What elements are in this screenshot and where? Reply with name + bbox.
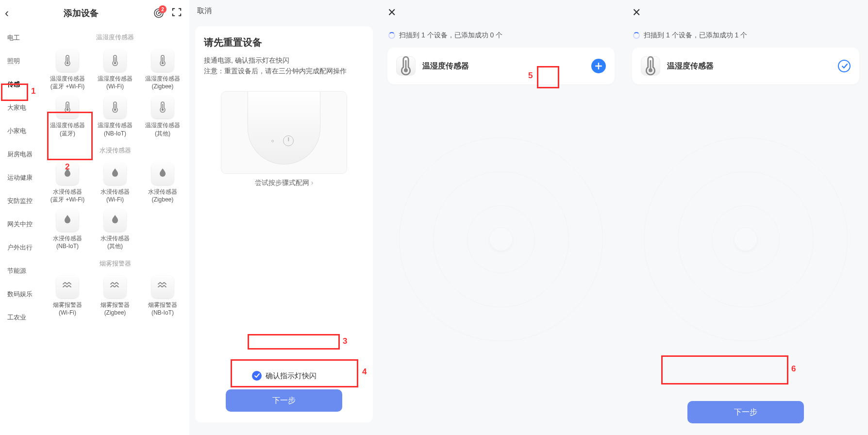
device-cell[interactable]: 水浸传感器(其他) — [91, 205, 139, 252]
thermo-icon — [151, 50, 174, 72]
section-title: 温湿度传感器 — [44, 33, 186, 42]
found-device-name: 温湿度传感器 — [667, 61, 831, 71]
section-title: 水浸传感器 — [44, 146, 186, 155]
section-title: 烟雾报警器 — [44, 259, 186, 268]
page-title: 添加设备 — [64, 7, 99, 19]
device-name: 水浸传感器(Wi-Fi) — [92, 188, 138, 203]
thermo-icon — [56, 50, 79, 72]
category-item[interactable]: 大家电 — [0, 96, 41, 119]
device-area: 温湿度传感器温湿度传感器(蓝牙 +Wi-Fi)温湿度传感器(Wi-Fi)温湿度传… — [41, 26, 189, 435]
annotation-4: 4 — [362, 367, 367, 377]
found-device-card: 温湿度传感器 — [632, 48, 859, 84]
reset-line1: 接通电源, 确认指示灯在快闪 — [204, 55, 364, 66]
smoke-icon — [151, 276, 174, 298]
category-item[interactable]: 运动健康 — [0, 166, 41, 189]
category-item[interactable]: 节能源 — [0, 259, 41, 283]
cancel-button[interactable]: 取消 — [197, 6, 212, 16]
thermo-icon — [104, 50, 126, 72]
device-cell[interactable]: 水浸传感器(NB-IoT) — [44, 205, 91, 252]
add-device-button[interactable] — [591, 59, 606, 73]
scan-status: 扫描到 1 个设备，已添加成功 0 个 — [379, 25, 623, 48]
device-name: 温湿度传感器(Wi-Fi) — [92, 75, 138, 90]
category-item[interactable]: 网关中控 — [0, 213, 41, 236]
device-name: 温湿度传感器(NB-IoT) — [92, 121, 138, 137]
spinner-icon — [388, 32, 395, 39]
device-name: 水浸传感器(蓝牙 +Wi-Fi) — [45, 188, 90, 203]
device-name: 烟雾报警器(NB-IoT) — [140, 301, 185, 317]
water-icon — [151, 163, 174, 185]
device-cell[interactable]: 温湿度传感器(NB-IoT) — [91, 92, 139, 139]
device-cell[interactable]: 温湿度传感器(Zigbee) — [139, 46, 186, 92]
device-cell[interactable]: 温湿度传感器(Wi-Fi) — [91, 46, 139, 92]
confirm-label: 确认指示灯快闪 — [266, 371, 317, 381]
reset-heading: 请先重置设备 — [204, 36, 364, 49]
annotation-1: 1 — [31, 86, 35, 96]
thermometer-icon — [396, 56, 416, 76]
radar-background — [644, 137, 848, 341]
device-illustration — [221, 91, 347, 174]
found-device-name: 温湿度传感器 — [422, 61, 584, 71]
thermo-icon — [56, 96, 79, 118]
category-item[interactable]: 厨房电器 — [0, 143, 41, 166]
found-device-card: 温湿度传感器 — [387, 48, 615, 84]
try-stepwise-link[interactable]: 尝试按步骤式配网› — [204, 179, 364, 187]
annotation-6: 6 — [791, 364, 796, 374]
device-name: 水浸传感器(其他) — [92, 234, 138, 250]
device-cell[interactable]: 水浸传感器(Zigbee) — [139, 159, 186, 205]
category-item[interactable]: 数码娱乐 — [0, 283, 41, 306]
device-added-icon — [838, 60, 851, 72]
device-name: 烟雾报警器(Wi-Fi) — [45, 301, 90, 317]
category-item[interactable]: 安防监控 — [0, 189, 41, 213]
water-icon — [104, 209, 126, 232]
device-name: 水浸传感器(NB-IoT) — [45, 234, 90, 250]
device-cell[interactable]: 温湿度传感器(蓝牙 +Wi-Fi) — [44, 46, 91, 92]
device-name: 烟雾报警器(Zigbee) — [92, 301, 138, 317]
annotation-3: 3 — [343, 336, 347, 346]
thermo-icon — [151, 96, 174, 118]
scan-status: 扫描到 1 个设备，已添加成功 1 个 — [623, 25, 868, 48]
smoke-icon — [104, 276, 126, 298]
category-item[interactable]: 照明 — [0, 50, 41, 73]
device-name: 温湿度传感器(Zigbee) — [140, 75, 185, 90]
reset-line2: 注意：重置设备后，请在三分钟内完成配网操作 — [204, 66, 364, 76]
device-cell[interactable]: 烟雾报警器(Zigbee) — [91, 272, 139, 318]
radar-badge: 2 — [159, 5, 167, 13]
category-item[interactable]: 电工 — [0, 26, 41, 50]
device-cell[interactable]: 温湿度传感器(蓝牙) — [44, 92, 91, 139]
device-cell[interactable]: 烟雾报警器(Wi-Fi) — [44, 272, 91, 318]
category-item[interactable]: 工农业 — [0, 306, 41, 329]
water-icon — [56, 209, 79, 232]
back-icon[interactable]: ‹ — [5, 6, 9, 20]
spinner-icon — [633, 32, 640, 39]
smoke-icon — [56, 276, 79, 298]
radar-icon[interactable]: 2 — [153, 7, 165, 19]
device-name: 温湿度传感器(蓝牙 +Wi-Fi) — [45, 75, 90, 90]
device-cell[interactable]: 温湿度传感器(其他) — [139, 92, 186, 139]
device-cell[interactable]: 烟雾报警器(NB-IoT) — [139, 272, 186, 318]
device-name: 水浸传感器(Zigbee) — [140, 188, 185, 203]
check-icon — [252, 371, 262, 381]
scan-icon[interactable] — [171, 7, 182, 19]
device-name: 温湿度传感器(其他) — [140, 121, 185, 137]
radar-background — [399, 137, 603, 341]
device-name: 温湿度传感器(蓝牙) — [45, 121, 90, 137]
water-icon — [104, 163, 126, 185]
thermo-icon — [104, 96, 126, 118]
chevron-right-icon: › — [311, 179, 314, 186]
next-button[interactable]: 下一步 — [226, 389, 342, 412]
close-icon[interactable]: ✕ — [387, 6, 396, 19]
annotation-2: 2 — [65, 162, 69, 172]
device-cell[interactable]: 水浸传感器(Wi-Fi) — [91, 159, 139, 205]
next-button[interactable]: 下一步 — [687, 401, 804, 423]
confirm-indicator-row[interactable]: 确认指示灯快闪 — [204, 371, 364, 381]
close-icon[interactable]: ✕ — [632, 6, 641, 19]
annotation-5: 5 — [528, 71, 533, 81]
thermometer-icon — [641, 56, 660, 76]
category-item[interactable]: 小家电 — [0, 119, 41, 143]
category-item[interactable]: 户外出行 — [0, 236, 41, 259]
